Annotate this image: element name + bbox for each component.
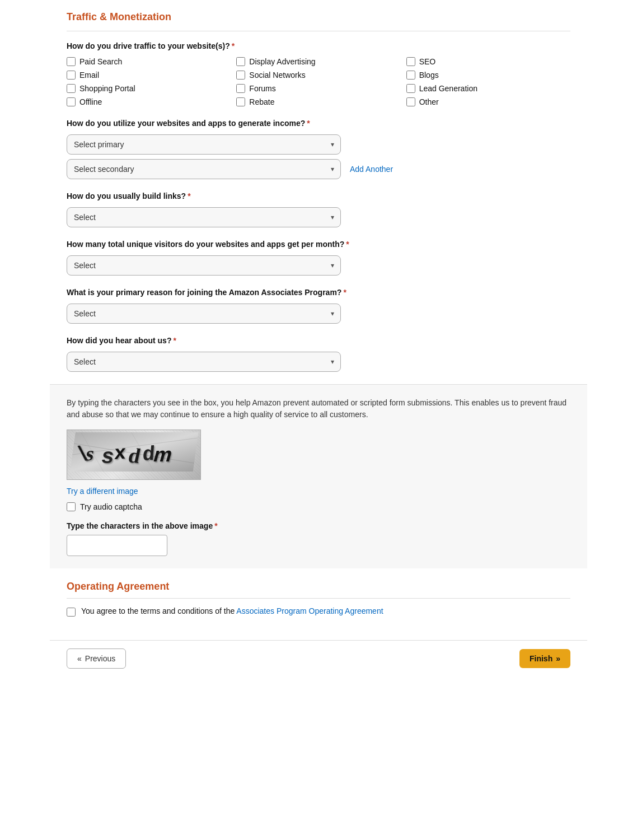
join-reason-block: What is your primary reason for joining … xyxy=(67,288,570,324)
checkbox-offline-label: Offline xyxy=(79,97,102,106)
captcha-section: By typing the characters you see in the … xyxy=(50,384,587,568)
checkbox-paid-search[interactable]: Paid Search xyxy=(67,57,231,66)
checkbox-blogs-label: Blogs xyxy=(419,71,439,80)
checkbox-forums-label: Forums xyxy=(249,84,275,93)
checkbox-email[interactable]: Email xyxy=(67,71,231,80)
checkbox-email-label: Email xyxy=(79,71,99,80)
required-star-traffic: * xyxy=(232,41,235,50)
audio-captcha-checkbox[interactable] xyxy=(67,502,76,511)
checkbox-other-input[interactable] xyxy=(406,97,415,106)
checkbox-other[interactable]: Other xyxy=(406,97,570,106)
checkbox-rebate-label: Rebate xyxy=(249,97,274,106)
captcha-input[interactable] xyxy=(67,535,167,556)
checkbox-display-advertising-label: Display Advertising xyxy=(249,57,315,66)
checkbox-rebate[interactable]: Rebate xyxy=(236,97,400,106)
hear-about-select[interactable]: Select Search Engine Friend/Colleague Am… xyxy=(67,352,341,372)
checkbox-rebate-input[interactable] xyxy=(236,97,245,106)
checkbox-offline-input[interactable] xyxy=(67,97,76,106)
checkbox-paid-search-label: Paid Search xyxy=(79,57,122,66)
visitors-question-label: How many total unique visitors do your w… xyxy=(67,240,570,249)
previous-label: Previous xyxy=(85,654,115,663)
checkbox-seo-input[interactable] xyxy=(406,57,415,66)
section-divider xyxy=(67,31,570,31)
checkbox-seo[interactable]: SEO xyxy=(406,57,570,66)
checkbox-email-input[interactable] xyxy=(67,71,76,80)
audio-captcha-label: Try audio captcha xyxy=(80,502,142,511)
build-links-block: How do you usually build links?* Select … xyxy=(67,192,570,227)
hear-about-select-wrapper: Select Search Engine Friend/Colleague Am… xyxy=(67,352,341,372)
visitors-block: How many total unique visitors do your w… xyxy=(67,240,570,276)
checkbox-display-advertising[interactable]: Display Advertising xyxy=(236,57,400,66)
build-links-select-wrapper: Select Text Links Banner/Image Links Wid… xyxy=(67,207,341,227)
income-block: How do you utilize your websites and app… xyxy=(67,119,570,179)
visitors-select[interactable]: Select 0-500 501-10,000 10,001-100,000 1… xyxy=(67,255,341,276)
finish-icon: » xyxy=(556,654,560,663)
checkbox-social-networks-label: Social Networks xyxy=(249,71,305,80)
required-star-hear: * xyxy=(173,336,176,345)
join-reason-select-wrapper: Select Earn commissions from qualified p… xyxy=(67,304,341,324)
checkbox-social-networks-input[interactable] xyxy=(236,71,245,80)
checkbox-blogs-input[interactable] xyxy=(406,71,415,80)
checkbox-shopping-portal[interactable]: Shopping Portal xyxy=(67,84,231,93)
operating-agreement-title: Operating Agreement xyxy=(67,581,570,592)
required-star-income: * xyxy=(307,119,310,128)
traffic-question-label: How do you drive traffic to your website… xyxy=(67,41,570,50)
operating-divider xyxy=(67,598,570,599)
captcha-text: \ s s x d d m xyxy=(69,432,198,478)
previous-button[interactable]: « Previous xyxy=(67,648,126,669)
hear-about-block: How did you hear about us?* Select Searc… xyxy=(67,336,570,372)
checkbox-forums-input[interactable] xyxy=(236,84,245,93)
hear-about-question-label: How did you hear about us?* xyxy=(67,336,570,345)
build-links-question-label: How do you usually build links?* xyxy=(67,192,570,200)
traffic-block: How do you drive traffic to your website… xyxy=(67,41,570,106)
operating-agreement-section: Operating Agreement You agree to the ter… xyxy=(50,568,587,629)
checkbox-shopping-portal-label: Shopping Portal xyxy=(79,84,135,93)
traffic-options-grid: Paid Search Display Advertising SEO Emai… xyxy=(67,57,570,106)
finish-label: Finish xyxy=(530,654,552,663)
income-primary-select-wrapper: Select primary Affiliate Marketing Conte… xyxy=(67,134,341,155)
checkbox-display-advertising-input[interactable] xyxy=(236,57,245,66)
checkbox-paid-search-input[interactable] xyxy=(67,57,76,66)
captcha-description: By typing the characters you see in the … xyxy=(67,397,570,421)
svg-text:x: x xyxy=(114,440,128,463)
income-question-label: How do you utilize your websites and app… xyxy=(67,119,570,128)
try-different-image-link[interactable]: Try a different image xyxy=(67,487,138,496)
checkbox-forums[interactable]: Forums xyxy=(236,84,400,93)
checkbox-blogs[interactable]: Blogs xyxy=(406,71,570,80)
checkbox-lead-generation-input[interactable] xyxy=(406,84,415,93)
build-links-select[interactable]: Select Text Links Banner/Image Links Wid… xyxy=(67,207,341,227)
agreement-checkbox[interactable] xyxy=(67,608,76,617)
captcha-image: \ s s x d d m xyxy=(67,430,201,480)
visitors-select-wrapper: Select 0-500 501-10,000 10,001-100,000 1… xyxy=(67,255,341,276)
join-reason-select[interactable]: Select Earn commissions from qualified p… xyxy=(67,304,341,324)
income-secondary-select-wrapper: Select secondary Affiliate Marketing Con… xyxy=(67,159,341,179)
required-star-links: * xyxy=(188,192,190,200)
checkbox-other-label: Other xyxy=(419,97,439,106)
checkbox-lead-generation-label: Lead Generation xyxy=(419,84,477,93)
agreement-text: You agree to the terms and conditions of… xyxy=(81,606,383,615)
income-secondary-select[interactable]: Select secondary Affiliate Marketing Con… xyxy=(67,159,341,179)
agreement-row: You agree to the terms and conditions of… xyxy=(67,606,570,617)
finish-button[interactable]: Finish » xyxy=(519,649,570,668)
checkbox-seo-label: SEO xyxy=(419,57,436,66)
checkbox-offline[interactable]: Offline xyxy=(67,97,231,106)
previous-icon: « xyxy=(77,654,82,663)
required-star-captcha: * xyxy=(214,521,217,530)
captcha-svg: \ s s x d d m xyxy=(70,432,199,472)
add-another-link[interactable]: Add Another xyxy=(350,165,393,174)
audio-captcha-row: Try audio captcha xyxy=(67,502,570,511)
income-primary-select[interactable]: Select primary Affiliate Marketing Conte… xyxy=(67,134,341,155)
section-title: Traffic & Monetization xyxy=(67,11,570,23)
footer-bar: « Previous Finish » xyxy=(50,640,587,676)
agreement-link[interactable]: Associates Program Operating Agreement xyxy=(236,606,383,615)
checkbox-social-networks[interactable]: Social Networks xyxy=(236,71,400,80)
required-star-visitors: * xyxy=(346,240,349,249)
checkbox-lead-generation[interactable]: Lead Generation xyxy=(406,84,570,93)
join-reason-question-label: What is your primary reason for joining … xyxy=(67,288,570,297)
checkbox-shopping-portal-input[interactable] xyxy=(67,84,76,93)
captcha-input-label: Type the characters in the above image* xyxy=(67,521,570,530)
required-star-join: * xyxy=(343,288,346,297)
